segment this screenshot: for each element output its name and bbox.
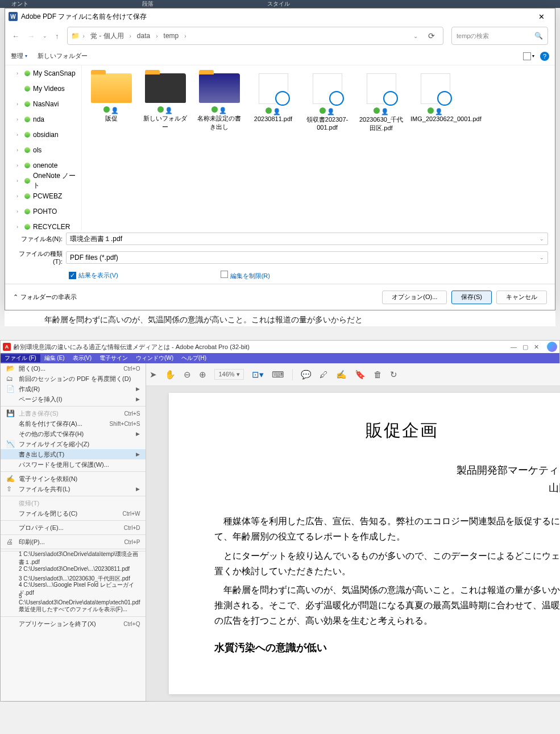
- menu-sign[interactable]: 電子サイン: [96, 354, 132, 362]
- zoom-out-icon[interactable]: ⊖: [184, 370, 191, 380]
- menu-item[interactable]: 🗂前回のセッションの PDF を再度開く(D): [1, 374, 146, 384]
- rotate-icon[interactable]: ↻: [390, 370, 397, 380]
- doc-paragraph: とにターゲットを絞り込んでいるものが多いので、このデーターによるどこにウェイトを…: [214, 548, 560, 579]
- menu-item[interactable]: 💾上書き保存(S)Ctrl+S: [1, 408, 146, 418]
- delete-icon[interactable]: 🗑: [374, 370, 382, 379]
- menu-item[interactable]: 📉ファイルサイズを縮小(Z): [1, 439, 146, 449]
- file-item[interactable]: 👤20230811.pdf: [246, 71, 300, 135]
- menu-bar: ファイル (F) 編集 (E) 表示(V) 電子サイン ウィンドウ(W) ヘルプ…: [1, 353, 559, 363]
- pdf-page: 販促企画 製品開発部マーケティング課 山田太郎 種媒体等を利用した広告、宣伝、告…: [169, 393, 560, 694]
- filetype-label: ファイルの種類(T):: [12, 250, 66, 265]
- view-results-checkbox[interactable]: ✓結果を表示(V): [69, 271, 118, 280]
- menu-exit[interactable]: アプリケーションを終了(X)Ctrl+Q: [1, 619, 146, 629]
- maximize-icon[interactable]: ▢: [522, 343, 528, 351]
- tree-item[interactable]: My Videos: [5, 81, 81, 96]
- file-item[interactable]: 👤領収書202307-001.pdf: [300, 71, 354, 135]
- tree-item[interactable]: ›NasNavi: [5, 96, 81, 111]
- tree-item[interactable]: ›My ScanSnap: [5, 65, 81, 81]
- file-list: 👤販促 👤新しいフォルダー 👤名称未設定の書き出し 👤20230811.pdf …: [82, 65, 555, 230]
- file-menu-dropdown: 📂開く(O)...Ctrl+O🗂前回のセッションの PDF を再度開く(D)📄作…: [1, 363, 146, 701]
- minimize-icon[interactable]: —: [511, 343, 517, 351]
- close-icon[interactable]: ✕: [534, 343, 539, 351]
- nav-recent-icon[interactable]: ⌄: [43, 33, 47, 39]
- recent-file[interactable]: 5 C:\Users\adot3\OneDrive\data\temp\xtec…: [1, 594, 146, 604]
- file-item[interactable]: 👤20230630_千代田区.pdf: [354, 71, 408, 135]
- menu-item[interactable]: プロパティ(E)...Ctrl+D: [1, 522, 146, 533]
- organize-button[interactable]: 整理 ▾: [11, 52, 27, 60]
- recent-file[interactable]: 2 C:\Users\adot3\OneDrive\...\20230811.p…: [1, 563, 146, 574]
- address-bar[interactable]: 📁› 覚 - 個人用› data› temp› ⌄ ⟳: [67, 27, 444, 45]
- menu-item[interactable]: ファイルを閉じる(C)Ctrl+W: [1, 508, 146, 519]
- menu-item[interactable]: 📄作成(R)▶: [1, 384, 146, 394]
- recent-file[interactable]: 1 C:\Users\adot3\OneDrive\data\temp\環境企画…: [1, 553, 146, 563]
- sign-icon[interactable]: ✍: [336, 370, 347, 380]
- file-item[interactable]: 👤IMG_20230622_0001.pdf: [408, 71, 462, 135]
- menu-item[interactable]: ⇧ファイルを共有(L)▶: [1, 484, 146, 494]
- hand-icon[interactable]: ✋: [165, 370, 176, 380]
- acrobat-icon: A: [3, 343, 11, 351]
- help-icon[interactable]: ?: [540, 52, 549, 61]
- menu-window[interactable]: ウィンドウ(W): [132, 354, 177, 362]
- cancel-button[interactable]: キャンセル: [496, 291, 547, 304]
- chevron-up-icon: ⌃: [13, 293, 18, 301]
- tree-item[interactable]: ›RECYCLER: [5, 219, 81, 230]
- menu-item[interactable]: ページを挿入(I)▶: [1, 394, 146, 404]
- folder-item[interactable]: 👤名称未設定の書き出し: [192, 71, 246, 135]
- word-icon: W: [9, 12, 18, 21]
- tree-item[interactable]: ›ols: [5, 142, 81, 157]
- comment-icon[interactable]: 💬: [301, 370, 312, 380]
- menu-edit[interactable]: 編集 (E): [40, 354, 69, 362]
- breadcrumb[interactable]: 覚 - 個人用: [88, 30, 126, 42]
- tree-item[interactable]: ›nda: [5, 111, 81, 127]
- tree-item[interactable]: ›PCWEBZ: [5, 188, 81, 204]
- options-button[interactable]: オプション(O)...: [382, 291, 447, 304]
- pointer-icon[interactable]: ➤: [150, 370, 157, 380]
- view-icon[interactable]: ▾: [523, 52, 534, 60]
- menu-item[interactable]: 名前を付けて保存(A)...Shift+Ctrl+S: [1, 418, 146, 429]
- filetype-select[interactable]: PDF files (*.pdf)⌄: [66, 251, 548, 264]
- assistant-icon[interactable]: [547, 342, 557, 352]
- filename-input[interactable]: 環境企画書１.pdf⌄: [66, 233, 548, 245]
- menu-view[interactable]: 表示(V): [69, 354, 96, 362]
- window-title: 齢別環境意識の違いにみる適正な情報伝達メディアとは - Adobe Acroba…: [14, 343, 250, 351]
- folder-tree: ›My ScanSnap My Videos ›NasNavi ›nda ›ob…: [5, 65, 82, 230]
- addr-dropdown-icon[interactable]: ⌄: [411, 33, 420, 39]
- menu-item[interactable]: ✍電子サインを依頼(N): [1, 474, 146, 484]
- nav-forward-icon[interactable]: →: [27, 32, 35, 40]
- save-button[interactable]: 保存(S): [451, 291, 492, 304]
- hide-folders-button[interactable]: ⌃ フォルダーの非表示: [13, 293, 77, 301]
- tree-item[interactable]: ›obsidian: [5, 127, 81, 142]
- folder-item[interactable]: 👤新しいフォルダー: [138, 71, 192, 135]
- breadcrumb[interactable]: data: [135, 31, 152, 41]
- zoom-select[interactable]: 146% ▾: [214, 369, 243, 380]
- menu-item[interactable]: パスワードを使用して保護(W)...: [1, 459, 146, 470]
- nav-up-icon[interactable]: ↑: [55, 32, 59, 40]
- tree-item[interactable]: ›POHTO: [5, 204, 81, 219]
- menu-item[interactable]: 🖨印刷(P)...Ctrl+P: [1, 537, 146, 547]
- keyboard-icon[interactable]: ⌨: [272, 370, 284, 380]
- stamp-icon[interactable]: 🔖: [355, 370, 366, 380]
- refresh-icon[interactable]: ⟳: [424, 31, 439, 40]
- menu-item[interactable]: その他の形式で保存(H)▶: [1, 429, 146, 439]
- menu-item[interactable]: 📂開く(O)...Ctrl+O: [1, 363, 146, 374]
- tree-item[interactable]: ›OneNote ノート: [5, 173, 81, 188]
- menu-file[interactable]: ファイル (F): [1, 354, 40, 362]
- restrict-editing-checkbox[interactable]: 編集を制限(R): [221, 271, 270, 280]
- search-input[interactable]: tempの検索 🔍: [451, 27, 548, 45]
- doc-heading: 水質汚染への意識が低い: [214, 639, 560, 657]
- ribbon-group: 段落: [142, 0, 154, 8]
- nav-back-icon[interactable]: ←: [12, 32, 19, 40]
- ribbon-group: スタイル: [267, 0, 290, 8]
- zoom-in-icon[interactable]: ⊕: [199, 370, 206, 380]
- folder-item[interactable]: 👤販促: [84, 71, 138, 135]
- fit-icon[interactable]: ⊡▾: [252, 370, 264, 380]
- menu-item[interactable]: 復帰(T): [1, 498, 146, 508]
- highlight-icon[interactable]: 🖊: [320, 370, 328, 379]
- menu-item[interactable]: 書き出し形式(T)▶: [1, 449, 146, 459]
- new-folder-button[interactable]: 新しいフォルダー: [38, 52, 88, 60]
- close-icon[interactable]: ✕: [530, 10, 553, 23]
- doc-author: 山田太郎: [214, 479, 560, 497]
- menu-help[interactable]: ヘルプ(H): [177, 354, 210, 362]
- breadcrumb[interactable]: temp: [161, 31, 181, 41]
- recent-more[interactable]: 最近使用したすべてのファイルを表示(F)...: [1, 604, 146, 615]
